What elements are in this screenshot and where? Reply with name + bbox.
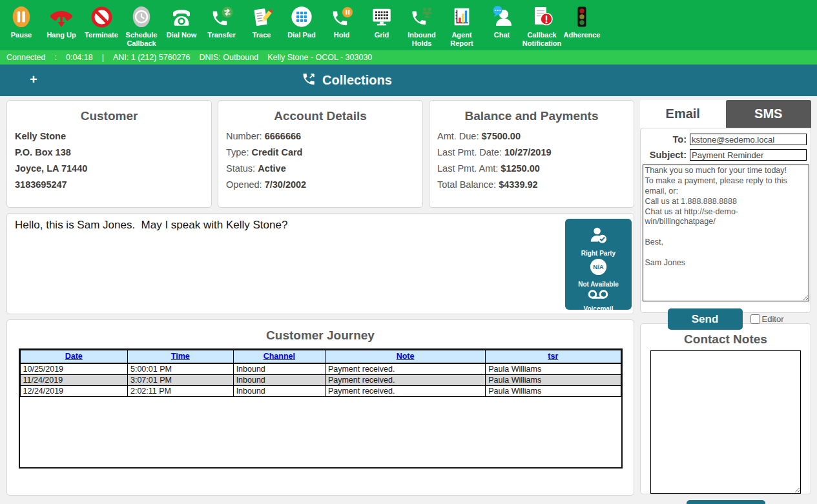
journey-cell-note: Payment received. (325, 385, 485, 396)
toolbar-button-hang-up[interactable]: Hang Up (41, 4, 81, 39)
toolbar-label: Adherence (564, 31, 601, 39)
agent-report-icon (450, 4, 473, 30)
journey-col-tsr[interactable]: tsr (486, 350, 621, 363)
balance-payments-card: Balance and Payments Amt. Due: $7500.00 … (429, 100, 634, 208)
journey-cell-channel: Inbound (233, 385, 325, 396)
ani-value: ANI: 1 (212) 5760276 (113, 53, 191, 62)
right-party-button[interactable]: Right Party (581, 225, 615, 257)
transfer-icon (209, 4, 234, 30)
status-pipe: | (102, 53, 104, 62)
toolbar-label: Hang Up (47, 31, 76, 39)
dial-now-icon (169, 4, 194, 30)
email-body-textarea[interactable]: Thank you so much for your time today! T… (643, 165, 809, 301)
toolbar-label: Schedule Callback (121, 31, 161, 47)
customer-card: Customer Kelly Stone P.O. Box 138 Joyce,… (6, 100, 212, 208)
not-available-button[interactable]: N/A Not Available (578, 257, 619, 288)
add-tab-button[interactable]: + (30, 72, 37, 87)
customer-phone: 3183695247 (15, 177, 211, 193)
not-available-label: Not Available (578, 281, 619, 288)
email-to-input[interactable] (690, 134, 807, 145)
journey-col-channel[interactable]: Channel (233, 350, 325, 363)
journey-cell-time: 5:00:01 PM (127, 363, 233, 375)
customer-name: Kelly Stone (15, 128, 211, 145)
contact-notes-textarea[interactable] (650, 350, 801, 494)
toolbar-label: Callback Notification (522, 31, 562, 47)
toolbar-button-hold[interactable]: Hold (322, 4, 362, 39)
journey-title: Customer Journey (7, 328, 634, 343)
toolbar-button-agent-report[interactable]: Agent Report (442, 4, 482, 47)
toolbar-button-grid[interactable]: Grid (362, 4, 402, 39)
account-type-value: Credit Card (252, 147, 303, 157)
schedule-callback-icon (130, 4, 153, 30)
toolbar-button-adherence[interactable]: Adherence (562, 4, 602, 39)
grid-icon (369, 4, 394, 30)
status-colon: : (54, 53, 56, 62)
journey-col-time[interactable]: Time (127, 350, 233, 363)
right-party-icon (588, 225, 609, 248)
toolbar-label: Dial Pad (287, 31, 315, 39)
amt-due-value: $7500.00 (482, 131, 521, 141)
journey-col-date[interactable]: Date (20, 350, 127, 363)
customer-address-line2: Joyce, LA 71440 (15, 161, 211, 177)
script-text: Hello, this is Sam Jones. May I speak wi… (15, 219, 626, 232)
outbound-call-icon (301, 72, 316, 89)
toolbar-button-chat[interactable]: Chat (482, 4, 522, 39)
toolbar-label: Trace (253, 31, 271, 39)
journey-cell-date: 11/24/2019 (20, 374, 127, 385)
send-button[interactable]: Send (668, 308, 743, 330)
toolbar-button-inbound-holds[interactable]: Inbound Holds (402, 4, 442, 47)
email-subject-input[interactable] (690, 149, 807, 161)
terminate-icon (90, 4, 114, 30)
balance-card-title: Balance and Payments (429, 109, 634, 123)
toolbar-button-trace[interactable]: Trace (242, 4, 282, 39)
customer-journey-card: Customer Journey Date Time Channel Note … (6, 319, 634, 496)
toolbar-button-callback-notification[interactable]: Callback Notification (522, 4, 562, 47)
email-to-label: To: (673, 134, 687, 145)
journey-col-note[interactable]: Note (325, 350, 485, 363)
toolbar-button-dial-pad[interactable]: Dial Pad (282, 4, 322, 39)
adherence-icon (570, 4, 594, 30)
inbound-holds-icon (409, 4, 434, 30)
journey-row: 10/25/2019 5:00:01 PM Inbound Payment re… (20, 363, 621, 375)
toolbar-button-pause[interactable]: Pause (1, 4, 41, 39)
account-status-value: Active (258, 163, 286, 174)
campaign-banner: + Collections (0, 65, 817, 96)
last-pmt-amt-value: $1250.00 (501, 163, 539, 174)
journey-cell-note: Payment received. (325, 363, 485, 375)
journey-cell-date: 10/25/2019 (20, 363, 127, 375)
journey-cell-time: 2:02:11 PM (127, 385, 233, 396)
svg-text:N/A: N/A (593, 263, 604, 270)
not-available-icon: N/A (588, 257, 608, 279)
editor-checkbox[interactable] (750, 314, 760, 324)
account-opened-value: 7/30/2002 (265, 179, 307, 190)
last-pmt-date-label: Last Pmt. Date: (437, 147, 502, 157)
toolbar-label: Inbound Holds (402, 31, 442, 47)
tab-email[interactable]: Email (640, 100, 726, 128)
insert-update-button[interactable]: Insert Update (687, 500, 765, 504)
toolbar-label: Chat (494, 31, 510, 39)
toolbar-button-transfer[interactable]: Transfer (202, 4, 242, 39)
tab-sms[interactable]: SMS (726, 100, 812, 128)
journey-cell-tsr: Paula Williams (486, 385, 621, 396)
trace-icon (249, 4, 274, 30)
customer-address-line1: P.O. Box 138 (15, 145, 211, 161)
voicemail-button[interactable]: Voicemail (584, 288, 614, 312)
toolbar-label: Dial Now (167, 31, 196, 39)
account-card-title: Account Details (218, 109, 422, 123)
journey-cell-tsr: Paula Williams (486, 374, 621, 385)
right-party-label: Right Party (581, 250, 615, 257)
hang-up-icon (49, 4, 74, 30)
journey-row: 12/24/2019 2:02:11 PM Inbound Payment re… (20, 385, 621, 396)
toolbar-button-dial-now[interactable]: Dial Now (161, 4, 202, 39)
journey-header-row: Date Time Channel Note tsr (20, 350, 621, 363)
journey-cell-channel: Inbound (233, 374, 325, 385)
toolbar-label: Agent Report (442, 31, 482, 47)
toolbar-button-schedule-callback[interactable]: Schedule Callback (121, 4, 161, 47)
account-number-label: Number: (226, 131, 262, 141)
toolbar-button-terminate[interactable]: Terminate (81, 4, 121, 39)
email-subject-label: Subject: (650, 150, 687, 160)
editor-checkbox-label: Editor (762, 314, 784, 324)
last-pmt-date-value: 10/27/2019 (504, 147, 552, 157)
toolbar-label: Pause (11, 31, 32, 39)
journey-cell-channel: Inbound (233, 363, 325, 375)
